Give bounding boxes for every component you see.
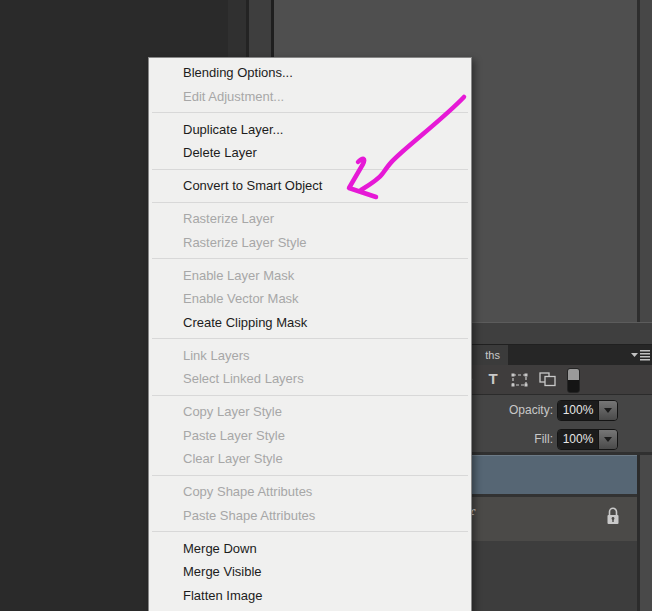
- menu-item-merge-visible[interactable]: Merge Visible: [149, 560, 471, 584]
- filter-type-icon[interactable]: T: [484, 369, 502, 389]
- menu-item-select-linked-layers: Select Linked Layers: [149, 367, 471, 391]
- panel-menu-icon[interactable]: [631, 349, 651, 361]
- menu-separator: [149, 108, 471, 118]
- menu-item-copy-shape-attributes: Copy Shape Attributes: [149, 480, 471, 504]
- filter-smart-object-icon[interactable]: [539, 372, 556, 387]
- filter-toggle-switch[interactable]: [567, 368, 580, 393]
- dock-gutter: [640, 455, 652, 611]
- menu-item-edit-adjustment: Edit Adjustment...: [149, 85, 471, 109]
- fill-control: 100%: [557, 429, 618, 450]
- lock-icon: [604, 505, 622, 527]
- opacity-value[interactable]: 100%: [558, 401, 598, 420]
- context-menu: Blending Options...Edit Adjustment...Dup…: [148, 57, 472, 611]
- menu-item-link-layers: Link Layers: [149, 344, 471, 368]
- menu-separator: [149, 198, 471, 208]
- menu-item-copy-layer-style: Copy Layer Style: [149, 400, 471, 424]
- menu-item-duplicate-layer[interactable]: Duplicate Layer...: [149, 118, 471, 142]
- chevron-down-icon: [604, 408, 612, 413]
- menu-item-paste-shape-attributes: Paste Shape Attributes: [149, 504, 471, 528]
- chevron-down-icon: [604, 437, 612, 442]
- menu-item-merge-down[interactable]: Merge Down: [149, 537, 471, 561]
- menu-item-clear-layer-style: Clear Layer Style: [149, 447, 471, 471]
- menu-separator: [149, 607, 471, 611]
- menu-separator: [149, 391, 471, 401]
- menu-item-convert-to-smart-object[interactable]: Convert to Smart Object: [149, 174, 471, 198]
- menu-separator: [149, 165, 471, 175]
- fill-dropdown-button[interactable]: [598, 430, 617, 449]
- menu-item-flatten-image[interactable]: Flatten Image: [149, 584, 471, 608]
- menu-item-blending-options[interactable]: Blending Options...: [149, 61, 471, 85]
- menu-item-paste-layer-style: Paste Layer Style: [149, 424, 471, 448]
- menu-separator: [149, 471, 471, 481]
- dock-gutter: [640, 0, 652, 322]
- menu-separator: [149, 334, 471, 344]
- fill-value[interactable]: 100%: [558, 430, 598, 449]
- menu-item-create-clipping-mask[interactable]: Create Clipping Mask: [149, 311, 471, 335]
- filter-shape-icon[interactable]: [511, 373, 528, 387]
- menu-item-enable-vector-mask: Enable Vector Mask: [149, 287, 471, 311]
- menu-separator: [149, 527, 471, 537]
- opacity-control: 100%: [557, 400, 618, 421]
- menu-separator: [149, 254, 471, 264]
- menu-item-rasterize-layer: Rasterize Layer: [149, 207, 471, 231]
- opacity-dropdown-button[interactable]: [598, 401, 617, 420]
- menu-item-delete-layer[interactable]: Delete Layer: [149, 141, 471, 165]
- menu-item-rasterize-layer-style: Rasterize Layer Style: [149, 231, 471, 255]
- menu-item-enable-layer-mask: Enable Layer Mask: [149, 264, 471, 288]
